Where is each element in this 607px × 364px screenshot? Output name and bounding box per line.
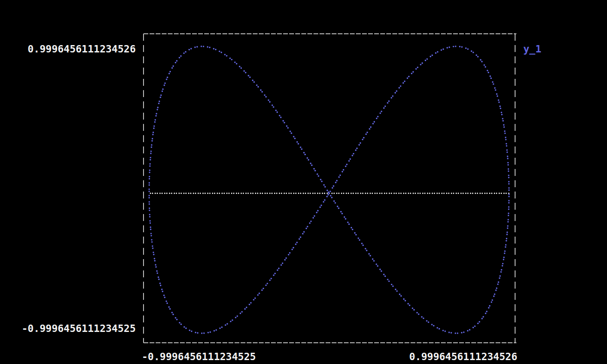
plot-svg	[0, 0, 607, 364]
y-axis-max-label: 0.9996456111234526	[0, 43, 136, 55]
x-axis-min-label: -0.9996456111234525	[142, 351, 256, 362]
x-axis-max-label: 0.9996456111234526	[390, 351, 517, 362]
y-axis-min-label: -0.9996456111234525	[0, 323, 136, 334]
plot-window: 0.9996456111234526 -0.9996456111234525 -…	[0, 0, 607, 364]
legend-series-y1: y_1	[523, 43, 542, 55]
series-y_1-curve	[149, 46, 509, 333]
